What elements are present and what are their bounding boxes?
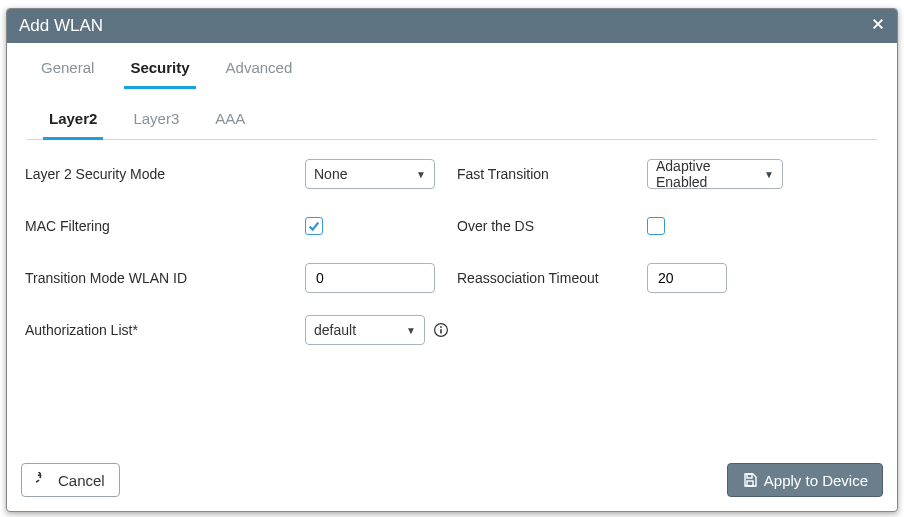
add-wlan-modal: Add WLAN General Security Advanced Layer… <box>6 8 898 512</box>
close-icon[interactable] <box>871 17 885 35</box>
l2-security-mode-select[interactable]: None ▼ <box>305 159 435 189</box>
tab-general[interactable]: General <box>35 53 100 89</box>
tabs-primary: General Security Advanced <box>7 43 897 89</box>
field-authorization-list: Authorization List* default ▼ <box>25 314 449 346</box>
apply-button[interactable]: Apply to Device <box>727 463 883 497</box>
modal-footer: Cancel Apply to Device <box>7 453 897 511</box>
authorization-list-label: Authorization List* <box>25 322 305 338</box>
l2-security-mode-value: None <box>314 166 347 182</box>
svg-rect-4 <box>747 481 753 486</box>
field-l2-security-mode: Layer 2 Security Mode None ▼ <box>25 158 449 190</box>
tabs-secondary: Layer2 Layer3 AAA <box>27 99 877 140</box>
field-mac-filtering: MAC Filtering <box>25 210 449 242</box>
reassociation-timeout-label: Reassociation Timeout <box>457 270 647 286</box>
cancel-button[interactable]: Cancel <box>21 463 120 497</box>
left-column: Layer 2 Security Mode None ▼ MAC Filteri… <box>25 158 449 447</box>
chevron-down-icon: ▼ <box>416 169 426 180</box>
svg-rect-3 <box>747 474 752 478</box>
modal-title: Add WLAN <box>19 16 103 36</box>
undo-icon <box>36 472 52 488</box>
chevron-down-icon: ▼ <box>406 325 416 336</box>
right-column: Fast Transition Adaptive Enabled ▼ Over … <box>457 158 879 447</box>
tab-security[interactable]: Security <box>124 53 195 89</box>
field-transition-id: Transition Mode WLAN ID <box>25 262 449 294</box>
tab-layer2[interactable]: Layer2 <box>43 106 103 140</box>
chevron-down-icon: ▼ <box>764 169 774 180</box>
transition-id-label: Transition Mode WLAN ID <box>25 270 305 286</box>
apply-button-label: Apply to Device <box>764 472 868 489</box>
tab-advanced[interactable]: Advanced <box>220 53 299 89</box>
field-fast-transition: Fast Transition Adaptive Enabled ▼ <box>457 158 879 190</box>
over-the-ds-checkbox[interactable] <box>647 217 665 235</box>
l2-security-mode-label: Layer 2 Security Mode <box>25 166 305 182</box>
tab-aaa[interactable]: AAA <box>209 106 251 140</box>
field-reassociation-timeout: Reassociation Timeout <box>457 262 879 294</box>
authorization-list-select[interactable]: default ▼ <box>305 315 425 345</box>
modal-titlebar: Add WLAN <box>7 9 897 43</box>
form-body: Layer 2 Security Mode None ▼ MAC Filteri… <box>7 140 897 453</box>
transition-id-input[interactable] <box>305 263 435 293</box>
mac-filtering-label: MAC Filtering <box>25 218 305 234</box>
authorization-list-value: default <box>314 322 356 338</box>
fast-transition-label: Fast Transition <box>457 166 647 182</box>
over-the-ds-label: Over the DS <box>457 218 647 234</box>
fast-transition-select[interactable]: Adaptive Enabled ▼ <box>647 159 783 189</box>
save-icon <box>742 472 758 488</box>
field-over-the-ds: Over the DS <box>457 210 879 242</box>
mac-filtering-checkbox[interactable] <box>305 217 323 235</box>
cancel-button-label: Cancel <box>58 472 105 489</box>
svg-point-1 <box>440 326 442 328</box>
reassociation-timeout-input[interactable] <box>647 263 727 293</box>
fast-transition-value: Adaptive Enabled <box>656 158 754 190</box>
info-icon[interactable] <box>433 322 449 338</box>
tab-layer3[interactable]: Layer3 <box>127 106 185 140</box>
